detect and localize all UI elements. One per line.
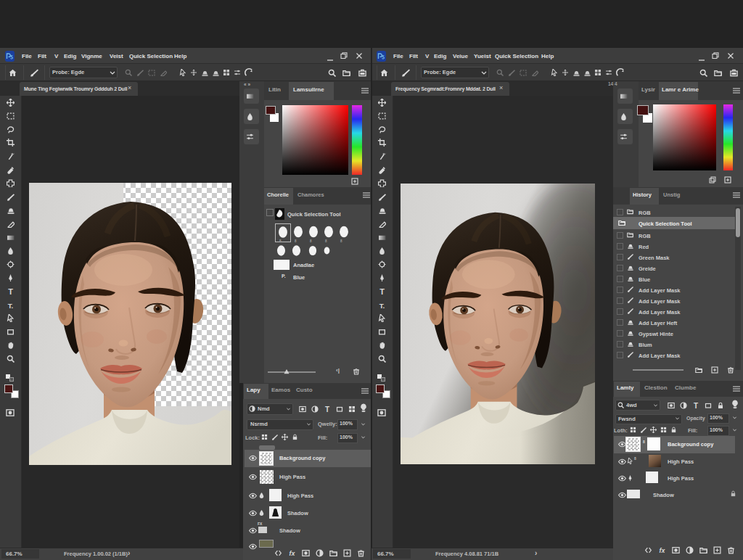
svg-text:fx: fx [290, 550, 296, 557]
svg-text:T: T [694, 402, 698, 409]
svg-text:T.: T. [8, 302, 14, 309]
svg-text:T.: T. [379, 302, 385, 309]
svg-text:T: T [325, 405, 329, 413]
svg-text:T: T [379, 287, 385, 295]
svg-text:fx: fx [660, 547, 666, 554]
svg-text:T: T [8, 287, 13, 295]
